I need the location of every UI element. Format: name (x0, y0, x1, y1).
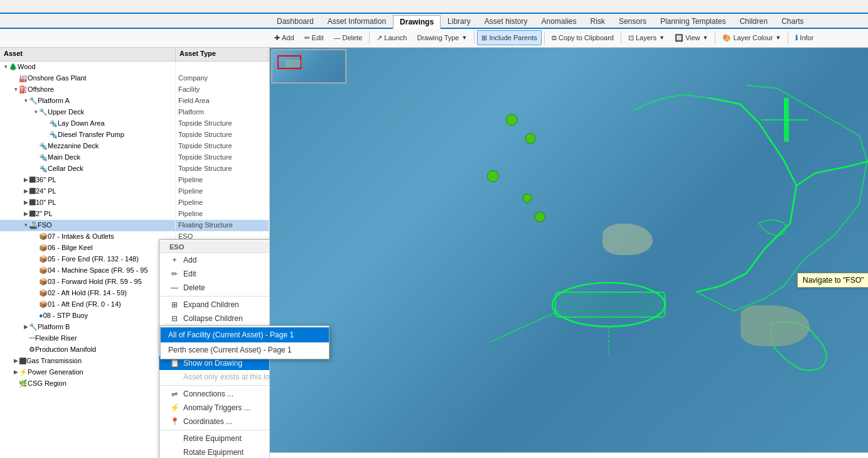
tree-node-icon: ⬛ (29, 199, 36, 205)
tree-row[interactable]: ▾ ⛽ Offshore Facility (0, 84, 269, 95)
expand-icon[interactable]: ▾ (3, 63, 9, 70)
toolbar-separator-2 (474, 31, 474, 44)
tree-row[interactable]: ▾ 🌲 Wood (0, 62, 269, 73)
copy-clipboard-button[interactable]: ⧉ Copy to Clipboard (547, 30, 618, 45)
tree-header-type: Asset Type (176, 48, 269, 61)
ctx-retire-equipment[interactable]: Retire Equipment (159, 432, 270, 445)
tab-asset-history[interactable]: Asset history (478, 14, 535, 28)
layer-colour-button[interactable]: 🎨 Layer Colour ▼ (718, 30, 785, 45)
ctx-coordinates[interactable]: 📍 Coordinates ... (159, 415, 270, 428)
map-thumbnail[interactable] (271, 49, 346, 84)
tree-node-icon: 🔩 (39, 142, 48, 150)
tree-node-label: Lay Down Area (58, 119, 105, 127)
tree-node-icon: 🌿 (19, 379, 28, 388)
ctx-expand-children[interactable]: ⊞ Expand Children (159, 298, 270, 312)
tree-node-label: Platform B (38, 323, 70, 330)
submenu-item-perth[interactable]: Perth scene (Current Asset) - Page 1 (161, 342, 329, 357)
tree-node-label: Diesel Transfer Pump (58, 131, 124, 138)
clipboard-icon: ⧉ (552, 34, 557, 42)
ctx-edit[interactable]: ✏ Edit (159, 267, 270, 281)
colour-arrow: ▼ (775, 35, 781, 41)
tree-node-icon: 📦 (39, 278, 48, 286)
layers-icon: ⊡ (628, 34, 634, 42)
tree-header: Asset Asset Type (0, 48, 269, 62)
tab-children[interactable]: Children (732, 14, 774, 28)
tree-row[interactable]: 🔩 Cellar Deck Topside Structure (0, 163, 269, 175)
tab-charts[interactable]: Charts (774, 14, 810, 28)
drawings-toolbar: ✚ Add ✏ Edit — Delete ↗ Launch Drawing T… (0, 29, 868, 48)
tree-node-label: 24" PL (36, 187, 56, 195)
tree-node-icon: 🔧 (29, 323, 38, 331)
tab-bar (0, 0, 868, 14)
toolbar-separator-3 (544, 31, 545, 44)
tree-row-fso[interactable]: ▾ 🚢 FSO Floating Structure (0, 220, 269, 231)
tree-node-label: Platform A (38, 97, 70, 104)
tree-node-label: 05 - Fore End (FR. 132 - 148) (48, 255, 139, 263)
drawing-type-button[interactable]: Drawing Type ▼ (412, 30, 471, 45)
tree-node-icon: 🚢 (29, 221, 38, 229)
tree-row[interactable]: ▾ 🔧 Upper Deck Platform (0, 107, 269, 118)
add-button[interactable]: ✚ Add (270, 30, 299, 45)
view-arrow: ▼ (703, 35, 709, 41)
layers-arrow: ▼ (659, 35, 665, 41)
tree-row[interactable]: 🔩 Main Deck Topside Structure (0, 152, 269, 163)
launch-button[interactable]: ↗ Launch (372, 30, 411, 45)
edit-button[interactable]: ✏ Edit (300, 30, 328, 45)
tab-asset-information[interactable]: Asset Information (321, 14, 393, 28)
info-button[interactable]: ℹ Infor (791, 30, 818, 45)
tree-node-icon: 📦 (39, 255, 48, 263)
tree-node-icon: 📦 (39, 266, 48, 275)
tree-node-label: Offshore (28, 85, 54, 93)
tree-header-asset: Asset (0, 48, 176, 61)
map-area[interactable]: Navigate to "FSO" Value No drawing annot… (270, 48, 868, 458)
ctx-collapse-icon: ⊟ (169, 314, 179, 323)
layers-button[interactable]: ⊡ Layers ▼ (624, 30, 669, 45)
tree-node-icon: 🌲 (9, 63, 18, 71)
view-button[interactable]: 🔲 View ▼ (670, 30, 713, 45)
tree-node-label: 2" PL (36, 210, 53, 217)
ctx-coords-icon: 📍 (169, 417, 179, 426)
ctx-connections[interactable]: ⇌ Connections ... (159, 387, 270, 401)
ctx-collapse-children[interactable]: ⊟ Collapse Children (159, 312, 270, 325)
ctx-anomaly-triggers[interactable]: ⚡ Anomaly Triggers ... (159, 401, 270, 415)
tree-row[interactable]: ▶ ⬛ 2" PL Pipeline (0, 209, 269, 220)
tab-dashboard[interactable]: Dashboard (270, 14, 321, 28)
ctx-delete-icon: — (169, 283, 179, 292)
ctx-separator-3 (159, 385, 270, 386)
tree-row[interactable]: 🔩 Diesel Transfer Pump Topside Structure (0, 129, 269, 141)
include-parents-button[interactable]: ⊞ Include Parents (477, 30, 541, 45)
tree-row[interactable]: ▶ ⬛ 10" PL Pipeline (0, 197, 269, 209)
tree-node-label: 02 - Aft Hold (FR. 14 - 59) (48, 289, 127, 297)
delete-button[interactable]: — Delete (330, 30, 367, 45)
drawing-type-arrow: ▼ (462, 35, 468, 41)
ctx-separator-4 (159, 430, 270, 430)
ctx-delete[interactable]: — Delete (159, 281, 270, 295)
tree-row[interactable]: ▶ ⬛ 24" PL Pipeline (0, 186, 269, 197)
tree-row[interactable]: ▶ ⬛ 36" PL Pipeline (0, 175, 269, 186)
tree-node-label: Wood (18, 63, 36, 70)
ctx-drawing-icon: 📋 (169, 359, 179, 368)
tree-node-icon: 🔧 (39, 108, 48, 116)
value-row: Value No drawing annotations have been c… (275, 455, 863, 458)
tree-row[interactable]: 🏭 Onshore Gas Plant Company (0, 73, 269, 84)
tab-drawings[interactable]: Drawings (393, 15, 441, 29)
tree-node-label: Power Generation (28, 368, 83, 376)
tree-node-icon: 🔧 (29, 97, 38, 105)
context-menu-header: ESO (159, 241, 270, 253)
submenu-item-all-facility[interactable]: All of Facility (Current Asset) - Page 1 (161, 327, 329, 342)
tree-node-label: FSO (38, 221, 52, 229)
tab-risk[interactable]: Risk (584, 14, 612, 28)
tree-row[interactable]: ▾ 🔧 Platform A Field Area (0, 95, 269, 107)
plus-icon: ✚ (274, 34, 280, 42)
tree-node-label: Main Deck (48, 153, 80, 161)
ctx-add[interactable]: + Add (159, 253, 270, 267)
tree-node-icon: 📦 (39, 300, 48, 308)
tab-planning-templates[interactable]: Planning Templates (653, 14, 733, 28)
tab-anomalies[interactable]: Anomalies (535, 14, 584, 28)
tab-sensors[interactable]: Sensors (612, 14, 653, 28)
tree-row[interactable]: 🔩 Mezzanine Deck Topside Structure (0, 141, 269, 152)
tree-row[interactable]: 🔩 Lay Down Area Topside Structure (0, 118, 269, 129)
tree-node-icon: 📦 (39, 289, 48, 297)
tab-library[interactable]: Library (441, 14, 478, 28)
ctx-rotate-equipment[interactable]: Rotate Equipment (159, 445, 270, 458)
